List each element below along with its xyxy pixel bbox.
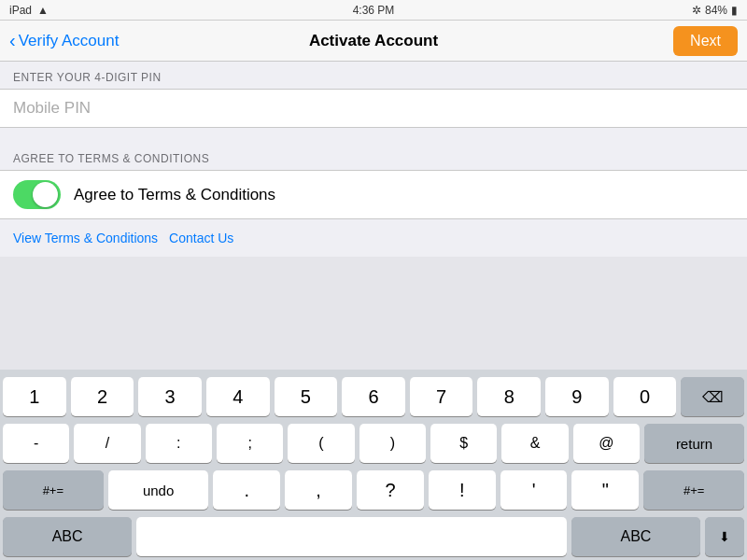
key-5[interactable]: 5 xyxy=(275,377,338,416)
pin-section-label: ENTER YOUR 4-DIGIT PIN xyxy=(0,62,747,89)
keyboard-row-numbers: 1 2 3 4 5 6 7 8 9 0 ⌫ xyxy=(3,377,744,416)
key-space[interactable] xyxy=(136,517,567,556)
device-label: iPad xyxy=(9,4,32,17)
key-period[interactable]: . xyxy=(213,470,280,510)
key-question[interactable]: ? xyxy=(357,470,424,510)
toggle-thumb xyxy=(33,182,58,207)
key-3[interactable]: 3 xyxy=(138,377,202,416)
key-ampersand[interactable]: & xyxy=(501,424,568,463)
key-apostrophe[interactable]: ' xyxy=(500,470,568,510)
battery-icon: ▮ xyxy=(731,4,738,17)
key-open-paren[interactable]: ( xyxy=(288,424,354,463)
back-button[interactable]: ‹ Verify Account xyxy=(9,30,119,51)
key-abc-left[interactable]: ABC xyxy=(3,517,132,556)
key-4[interactable]: 4 xyxy=(206,377,270,416)
key-quote[interactable]: " xyxy=(571,470,639,510)
key-dollar[interactable]: $ xyxy=(430,424,497,463)
bluetooth-icon: ✲ xyxy=(692,4,701,17)
key-at[interactable]: @ xyxy=(573,424,640,463)
nav-bar: ‹ Verify Account Activate Account Next xyxy=(0,21,747,62)
keyboard-row-symbols: - / : ; ( ) $ & @ return xyxy=(3,424,744,463)
status-time: 4:36 PM xyxy=(353,4,395,17)
key-undo[interactable]: undo xyxy=(108,470,209,510)
view-terms-link[interactable]: View Terms & Conditions xyxy=(13,231,158,245)
key-1[interactable]: 1 xyxy=(3,377,66,416)
key-7[interactable]: 7 xyxy=(410,377,473,416)
keyboard-row-bottom: ABC ABC ⬇ xyxy=(3,517,744,556)
key-2[interactable]: 2 xyxy=(71,377,134,416)
status-left: iPad ▲ xyxy=(9,4,49,17)
main-content: ENTER YOUR 4-DIGIT PIN AGREE TO TERMS & … xyxy=(0,62,747,257)
key-8[interactable]: 8 xyxy=(477,377,541,416)
pin-input-row xyxy=(0,89,747,128)
key-hash-right[interactable]: #+= xyxy=(643,470,744,510)
nav-title: Activate Account xyxy=(309,32,438,50)
key-slash[interactable]: / xyxy=(74,424,140,463)
key-keyboard-dismiss[interactable]: ⬇ xyxy=(705,517,744,556)
terms-label: Agree to Terms & Conditions xyxy=(74,186,275,204)
key-abc-right[interactable]: ABC xyxy=(571,517,700,556)
next-button[interactable]: Next xyxy=(673,26,738,56)
back-label: Verify Account xyxy=(19,32,120,50)
key-delete[interactable]: ⌫ xyxy=(681,377,744,416)
status-bar: iPad ▲ 4:36 PM ✲ 84% ▮ xyxy=(0,0,747,21)
contact-us-link[interactable]: Contact Us xyxy=(169,231,233,245)
key-6[interactable]: 6 xyxy=(342,377,405,416)
key-close-paren[interactable]: ) xyxy=(359,424,426,463)
terms-toggle-row: Agree to Terms & Conditions xyxy=(0,170,747,219)
pin-input[interactable] xyxy=(13,99,734,118)
key-return[interactable]: return xyxy=(644,424,744,463)
terms-toggle[interactable] xyxy=(13,180,61,209)
key-semicolon[interactable]: ; xyxy=(217,424,283,463)
status-right: ✲ 84% ▮ xyxy=(692,4,738,17)
key-comma[interactable]: , xyxy=(285,470,352,510)
key-hash[interactable]: #+= xyxy=(3,470,104,510)
key-exclaim[interactable]: ! xyxy=(429,470,496,510)
keyboard: 1 2 3 4 5 6 7 8 9 0 ⌫ - / : ; ( ) $ & @ … xyxy=(0,370,747,560)
keyboard-row-special: #+= undo . , ? ! ' " #+= xyxy=(3,470,744,510)
key-9[interactable]: 9 xyxy=(545,377,609,416)
links-row: View Terms & Conditions Contact Us xyxy=(0,219,747,257)
key-colon[interactable]: : xyxy=(146,424,212,463)
back-arrow-icon: ‹ xyxy=(9,30,16,51)
wifi-icon: ▲ xyxy=(37,4,49,17)
terms-section-label: AGREE TO TERMS & CONDITIONS xyxy=(0,143,747,170)
battery-label: 84% xyxy=(705,4,727,17)
key-0[interactable]: 0 xyxy=(613,377,677,416)
key-minus[interactable]: - xyxy=(3,424,69,463)
